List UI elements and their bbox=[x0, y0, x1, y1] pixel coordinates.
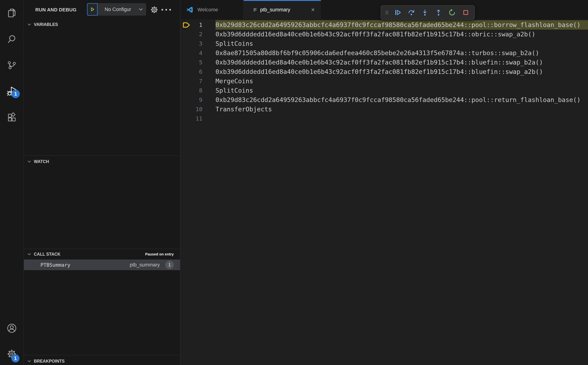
breakpoint-gutter[interactable] bbox=[180, 30, 192, 39]
line-number[interactable]: 2 bbox=[192, 30, 202, 39]
close-icon[interactable] bbox=[311, 7, 315, 12]
activity-item-explorer[interactable] bbox=[0, 0, 23, 26]
line-number[interactable]: 9 bbox=[192, 95, 202, 105]
section-divider bbox=[24, 155, 180, 156]
section-label: VARIABLES bbox=[34, 22, 58, 27]
breakpoint-gutter[interactable] bbox=[180, 20, 192, 30]
views-more-actions-button[interactable] bbox=[161, 7, 172, 12]
chevron-down-icon bbox=[27, 252, 32, 257]
step-into-button[interactable] bbox=[418, 5, 432, 20]
launch-configuration-label: No Configur bbox=[98, 7, 138, 12]
debug-settings-gear-icon[interactable] bbox=[150, 6, 158, 14]
code-line[interactable]: 2 0xb39d6dddedd16ed8a40ce0b1e6b43c92acf0… bbox=[180, 30, 588, 39]
code-text[interactable]: 0xb39d6dddedd16ed8a40ce0b1e6b43c92acf0ff… bbox=[215, 67, 588, 77]
activity-item-run-and-debug[interactable]: 1 bbox=[0, 78, 23, 104]
code-text[interactable]: 0xb29d83c26cdd2a64959263abbcfc4a6937f0c9… bbox=[215, 95, 588, 105]
call-stack-frame-row[interactable]: PTBSummary ptb_summary 1 bbox=[24, 260, 180, 270]
section-label: WATCH bbox=[34, 159, 49, 164]
section-divider bbox=[24, 249, 180, 249]
activity-item-settings[interactable]: 1 bbox=[0, 343, 23, 365]
vscode-window: 1 bbox=[0, 0, 588, 365]
code-line[interactable]: 8 SplitCoins bbox=[180, 86, 588, 95]
line-number[interactable]: 5 bbox=[192, 58, 202, 67]
explorer-icon bbox=[7, 8, 17, 18]
code-text[interactable]: 0xb29d83c26cdd2a64959263abbcfc4a6937f0c9… bbox=[215, 20, 588, 30]
breakpoint-gutter[interactable] bbox=[180, 95, 192, 105]
extensions-icon bbox=[7, 112, 17, 123]
breakpoint-gutter[interactable] bbox=[180, 86, 192, 95]
line-number[interactable]: 3 bbox=[192, 39, 202, 48]
section-watch[interactable]: WATCH bbox=[24, 158, 180, 165]
code-text[interactable]: 0xb39d6dddedd16ed8a40ce0b1e6b43c92acf0ff… bbox=[215, 30, 588, 39]
vscode-logo-icon bbox=[186, 6, 194, 14]
code-line[interactable]: 6 0xb39d6dddedd16ed8a40ce0b1e6b43c92acf0… bbox=[180, 67, 588, 77]
activity-item-account[interactable] bbox=[0, 316, 23, 340]
code-line[interactable]: 11 bbox=[180, 114, 588, 123]
code-line[interactable]: 9 0xb29d83c26cdd2a64959263abbcfc4a6937f0… bbox=[180, 95, 588, 105]
activity-bar: 1 bbox=[0, 0, 24, 365]
tab-label: Welcome bbox=[198, 7, 218, 13]
account-icon bbox=[7, 323, 17, 334]
code-line[interactable]: 1 0xb29d83c26cdd2a64959263abbcfc4a6937f0… bbox=[180, 20, 588, 30]
activity-item-source-control[interactable] bbox=[0, 52, 23, 78]
code-text[interactable]: TransferObjects bbox=[215, 105, 588, 114]
line-number[interactable]: 1 bbox=[192, 20, 202, 30]
breakpoint-gutter[interactable] bbox=[180, 58, 192, 67]
code-line[interactable]: 3 SplitCoins bbox=[180, 39, 588, 48]
line-number[interactable]: 8 bbox=[192, 86, 202, 95]
code-line[interactable]: 7 MergeCoins bbox=[180, 77, 588, 86]
sidebar-header: RUN AND DEBUG No Configur bbox=[24, 0, 180, 20]
start-debugging-button[interactable] bbox=[87, 3, 98, 16]
section-divider bbox=[24, 355, 180, 355]
code-line[interactable]: 5 0xb39d6dddedd16ed8a40ce0b1e6b43c92acf0… bbox=[180, 58, 588, 67]
activity-item-search[interactable] bbox=[0, 26, 23, 52]
step-over-button[interactable] bbox=[404, 5, 418, 20]
stack-frame-badge: 1 bbox=[165, 261, 174, 269]
debug-count-badge: 1 bbox=[11, 90, 20, 98]
tab-ptb-summary[interactable]: ptb_summary bbox=[244, 0, 321, 20]
stop-button[interactable] bbox=[459, 5, 473, 20]
breakpoint-gutter[interactable] bbox=[180, 105, 192, 114]
code-text[interactable]: SplitCoins bbox=[215, 86, 588, 95]
tab-label: ptb_summary bbox=[260, 7, 290, 13]
breakpoint-gutter[interactable] bbox=[180, 39, 192, 48]
code-line[interactable]: 4 0x8ae871505a80d8bf6bf9c05906cda6edfeea… bbox=[180, 48, 588, 58]
code-text[interactable]: 0x8ae871505a80d8bf6bf9c05906cda6edfeea46… bbox=[215, 48, 588, 58]
code-text[interactable]: SplitCoins bbox=[215, 39, 588, 48]
line-number[interactable]: 6 bbox=[192, 67, 202, 77]
line-number[interactable]: 4 bbox=[192, 48, 202, 58]
launch-configuration-dropdown[interactable]: No Configur bbox=[87, 3, 146, 16]
restart-button[interactable] bbox=[445, 5, 459, 20]
run-and-debug-sidebar: RUN AND DEBUG No Configur bbox=[24, 0, 180, 365]
editor-group: Welcome ptb_summary bbox=[180, 0, 588, 365]
drag-handle-icon[interactable] bbox=[383, 5, 391, 20]
search-icon bbox=[7, 34, 17, 44]
section-label: BREAKPOINTS bbox=[34, 359, 64, 364]
breakpoint-gutter[interactable] bbox=[180, 77, 192, 86]
section-call-stack[interactable]: CALL STACK Paused on entry bbox=[24, 250, 180, 258]
breakpoint-gutter[interactable] bbox=[180, 67, 192, 77]
activity-item-extensions[interactable] bbox=[0, 104, 23, 131]
line-number[interactable]: 7 bbox=[192, 77, 202, 86]
breakpoint-gutter[interactable] bbox=[180, 114, 192, 123]
step-out-button[interactable] bbox=[432, 5, 445, 20]
code-text[interactable]: 0xb39d6dddedd16ed8a40ce0b1e6b43c92acf0ff… bbox=[215, 58, 588, 67]
debug-current-line-arrow-icon bbox=[182, 21, 191, 28]
line-number[interactable]: 11 bbox=[192, 114, 202, 123]
list-file-icon bbox=[253, 7, 258, 12]
code-line[interactable]: 10 TransferObjects bbox=[180, 105, 588, 114]
code-text[interactable] bbox=[215, 114, 588, 123]
section-variables[interactable]: VARIABLES bbox=[24, 21, 180, 28]
tab-welcome[interactable]: Welcome bbox=[180, 0, 244, 20]
continue-button[interactable] bbox=[391, 5, 404, 20]
debug-toolbar bbox=[381, 5, 475, 20]
section-label: CALL STACK bbox=[34, 252, 61, 257]
code-editor[interactable]: 1 0xb29d83c26cdd2a64959263abbcfc4a6937f0… bbox=[180, 20, 588, 123]
call-stack-status: Paused on entry bbox=[145, 252, 180, 256]
section-breakpoints[interactable]: BREAKPOINTS bbox=[24, 357, 180, 365]
code-text[interactable]: MergeCoins bbox=[215, 77, 588, 86]
chevron-down-icon bbox=[27, 359, 32, 364]
breakpoint-gutter[interactable] bbox=[180, 48, 192, 58]
chevron-down-icon bbox=[138, 7, 146, 12]
line-number[interactable]: 10 bbox=[192, 105, 202, 114]
